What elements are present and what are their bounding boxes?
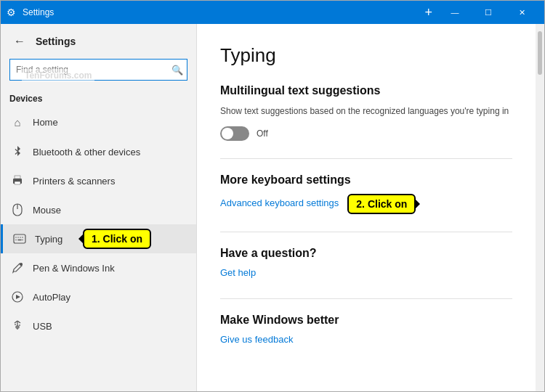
scrollbar-track[interactable] [536,24,544,391]
divider-3 [220,298,512,299]
svg-rect-5 [14,234,25,243]
usb-icon [9,318,25,334]
sidebar-item-usb-label: USB [33,321,52,332]
main-container: ← Settings TenForums.com 🔍 Devices ⌂ Hom… [1,24,544,391]
svg-line-18 [15,321,17,323]
sidebar-item-printers-label: Printers & scanners [33,176,115,187]
get-help-link[interactable]: Get help [220,267,256,278]
settings-titlebar-icon: ⚙ [7,7,18,18]
svg-rect-1 [15,176,20,179]
feedback-link[interactable]: Give us feedback [220,334,293,345]
maximize-button[interactable]: ☐ [472,1,505,24]
keyboard-section-title: More keyboard settings [220,173,512,187]
autoplay-icon [9,289,25,305]
callout-1: 1. Click on [83,229,151,249]
close-button[interactable]: ✕ [505,1,538,24]
search-icon: 🔍 [171,65,183,75]
svg-line-17 [17,321,20,323]
back-button[interactable]: ← [9,31,30,52]
toggle-knob [222,128,233,139]
printer-icon [9,173,25,189]
multilingual-title: Multilingual text suggestions [220,84,512,97]
multilingual-toggle[interactable] [220,126,249,141]
sidebar-item-typing[interactable]: Typing 1. Click on [1,224,196,253]
keyboard-section: More keyboard settings Advanced keyboard… [220,173,512,214]
page-title: Typing [220,44,512,67]
sidebar-item-pen-label: Pen & Windows Ink [33,263,115,274]
sidebar: ← Settings TenForums.com 🔍 Devices ⌂ Hom… [1,24,197,391]
svg-rect-2 [15,181,20,184]
multilingual-toggle-row: Off [220,126,512,141]
new-tab-button[interactable]: + [419,5,438,20]
svg-point-13 [20,264,23,266]
titlebar: ⚙ Settings + — ☐ ✕ [1,1,544,24]
mouse-icon [9,202,25,218]
minimize-button[interactable]: — [438,1,472,24]
sidebar-item-pen[interactable]: Pen & Windows Ink [1,253,196,282]
titlebar-controls: — ☐ ✕ [438,1,538,24]
bluetooth-icon [9,144,25,160]
titlebar-title: Settings [23,7,413,17]
sidebar-item-typing-label: Typing [35,234,62,245]
sidebar-item-mouse-label: Mouse [33,205,61,216]
scrollbar-thumb[interactable] [538,31,542,75]
svg-marker-15 [16,295,20,299]
sidebar-item-autoplay[interactable]: AutoPlay [1,282,196,311]
sidebar-section-label: Devices [1,88,196,107]
question-title: Have a question? [220,247,512,260]
sidebar-item-home[interactable]: ⌂ Home [1,107,196,137]
settings-window: ⚙ Settings + — ☐ ✕ ← Settings TenForums.… [0,0,545,392]
content-area: Typing Multilingual text suggestions Sho… [197,24,536,391]
search-input[interactable] [9,59,187,81]
sidebar-header: ← Settings [1,24,196,59]
multilingual-section: Multilingual text suggestions Show text … [220,84,512,141]
pen-icon [9,260,25,276]
content-with-scrollbar: Typing Multilingual text suggestions Sho… [197,24,544,391]
toggle-label: Off [257,128,268,139]
typing-icon [12,231,28,247]
search-box: 🔍 [9,59,187,81]
home-icon: ⌂ [9,114,25,130]
windows-better-title: Make Windows better [220,314,512,327]
sidebar-item-printers[interactable]: Printers & scanners [1,166,196,195]
divider-2 [220,232,512,232]
sidebar-title: Settings [36,36,76,47]
sidebar-item-bluetooth[interactable]: Bluetooth & other devices [1,137,196,166]
multilingual-desc: Show text suggestions based on the recog… [220,105,512,118]
sidebar-item-mouse[interactable]: Mouse [1,195,196,224]
sidebar-item-home-label: Home [33,117,58,128]
divider-1 [220,158,512,159]
sidebar-item-bluetooth-label: Bluetooth & other devices [33,147,140,158]
advanced-keyboard-link[interactable]: Advanced keyboard settings [220,197,339,208]
question-section: Have a question? Get help [220,247,512,281]
callout-2: 2. Click on [347,194,416,214]
sidebar-item-usb[interactable]: USB [1,311,196,340]
windows-better-section: Make Windows better Give us feedback [220,314,512,348]
sidebar-nav: ⌂ Home Bluetooth & other devices [1,107,196,391]
sidebar-item-autoplay-label: AutoPlay [33,292,70,303]
